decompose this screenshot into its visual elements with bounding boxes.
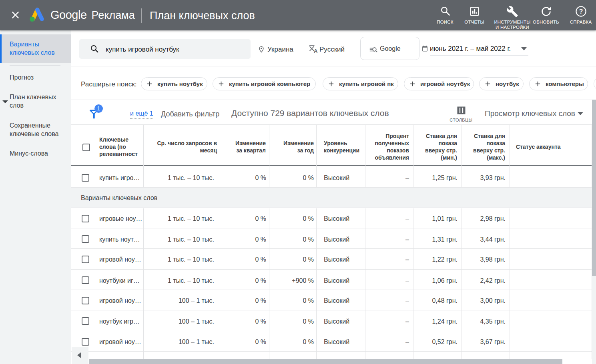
svg-text:?: ? [579, 8, 583, 15]
svg-text:A: A [314, 48, 318, 53]
